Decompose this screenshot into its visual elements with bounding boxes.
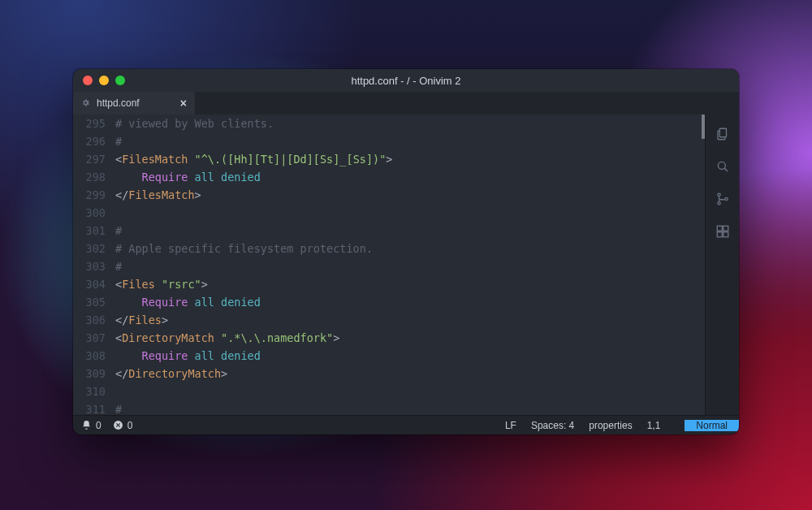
line-content[interactable]: <FilesMatch "^\.([Hh][Tt]|[Dd][Ss]_[Ss])… [115, 150, 705, 168]
svg-rect-7 [723, 226, 728, 231]
extensions-icon[interactable] [715, 223, 731, 240]
tab-label: httpd.conf [97, 97, 140, 109]
line-number: 306 [73, 311, 115, 329]
files-icon[interactable] [715, 126, 731, 142]
line-number: 304 [73, 275, 115, 293]
bell-icon [81, 420, 92, 430]
text-editor[interactable]: 295# viewed by Web clients.296#297<Files… [73, 115, 705, 415]
indent-indicator[interactable]: Spaces: 4 [531, 420, 574, 431]
line-content[interactable] [115, 204, 705, 222]
code-line[interactable]: 301# [73, 222, 705, 240]
line-content[interactable]: # Apple specific filesystem protection. [115, 240, 705, 257]
eol-indicator[interactable]: LF [505, 420, 516, 431]
line-number: 296 [73, 132, 115, 150]
gear-icon [81, 98, 90, 109]
traffic-lights [83, 76, 125, 85]
code-line[interactable]: 298 Require all denied [73, 168, 705, 186]
line-number: 307 [73, 329, 115, 347]
line-content[interactable]: <Files "rsrc"> [115, 275, 705, 293]
line-number: 295 [73, 115, 115, 132]
code-line[interactable]: 297<FilesMatch "^\.([Hh][Tt]|[Dd][Ss]_[S… [73, 150, 705, 168]
code-line[interactable]: 296# [73, 132, 705, 150]
minimize-window-button[interactable] [99, 76, 109, 85]
line-content[interactable]: </DirectoryMatch> [115, 365, 705, 382]
line-content[interactable]: # [115, 400, 705, 415]
code-line[interactable]: 310 [73, 382, 705, 400]
svg-point-1 [718, 162, 725, 169]
source-control-icon[interactable] [715, 191, 731, 207]
notifications-count: 0 [96, 420, 102, 431]
cursor-position[interactable]: 1,1 [647, 420, 661, 431]
code-line[interactable]: 309</DirectoryMatch> [73, 365, 705, 382]
line-number: 305 [73, 293, 115, 311]
line-number: 299 [73, 186, 115, 204]
line-number: 297 [73, 150, 115, 168]
error-icon [113, 420, 123, 430]
code-line[interactable]: 306</Files> [73, 311, 705, 329]
line-number: 310 [73, 382, 115, 400]
activity-bar [705, 115, 739, 415]
svg-line-2 [724, 168, 728, 171]
line-number: 301 [73, 222, 115, 240]
line-number: 302 [73, 240, 115, 257]
svg-rect-0 [719, 128, 726, 137]
line-content[interactable]: </FilesMatch> [115, 186, 705, 204]
errors-indicator[interactable]: 0 [113, 420, 133, 431]
code-line[interactable]: 311# [73, 400, 705, 415]
line-content[interactable]: Require all denied [115, 168, 705, 186]
code-line[interactable]: 307<DirectoryMatch ".*\.\.namedfork"> [73, 329, 705, 347]
line-content[interactable]: Require all denied [115, 293, 705, 311]
svg-rect-9 [723, 232, 728, 237]
line-content[interactable]: # [115, 222, 705, 240]
line-content[interactable]: # [115, 132, 705, 150]
line-number: 298 [73, 168, 115, 186]
line-number: 308 [73, 347, 115, 365]
notifications-indicator[interactable]: 0 [81, 420, 102, 431]
line-number: 309 [73, 365, 115, 382]
code-line[interactable]: 302# Apple specific filesystem protectio… [73, 240, 705, 257]
errors-count: 0 [127, 420, 133, 431]
line-content[interactable] [115, 382, 705, 400]
code-line[interactable]: 299</FilesMatch> [73, 186, 705, 204]
close-window-button[interactable] [83, 76, 93, 85]
svg-rect-6 [717, 226, 722, 231]
code-line[interactable]: 300 [73, 204, 705, 222]
line-number: 300 [73, 204, 115, 222]
svg-rect-8 [717, 232, 722, 237]
line-number: 311 [73, 400, 115, 415]
scroll-position-indicator[interactable] [702, 115, 705, 139]
code-line[interactable]: 305 Require all denied [73, 293, 705, 311]
code-line[interactable]: 304<Files "rsrc"> [73, 275, 705, 293]
svg-point-3 [717, 193, 719, 196]
window-title: httpd.conf - / - Onivim 2 [73, 75, 739, 87]
titlebar[interactable]: httpd.conf - / - Onivim 2 [73, 69, 739, 92]
code-line[interactable]: 295# viewed by Web clients. [73, 115, 705, 132]
line-content[interactable]: <DirectoryMatch ".*\.\.namedfork"> [115, 329, 705, 347]
line-number: 303 [73, 257, 115, 275]
tab-bar: httpd.conf × [73, 92, 739, 115]
app-window: httpd.conf - / - Onivim 2 httpd.conf × 2… [73, 69, 739, 434]
editor-body: 295# viewed by Web clients.296#297<Files… [73, 115, 739, 415]
zoom-window-button[interactable] [115, 76, 125, 85]
language-indicator[interactable]: properties [589, 420, 632, 431]
line-content[interactable]: # viewed by Web clients. [115, 115, 705, 132]
svg-point-4 [717, 202, 719, 205]
close-tab-icon[interactable]: × [180, 97, 187, 110]
tab-httpd-conf[interactable]: httpd.conf × [73, 92, 195, 115]
code-line[interactable]: 308 Require all denied [73, 347, 705, 365]
code-line[interactable]: 303# [73, 257, 705, 275]
search-icon[interactable] [715, 158, 731, 175]
line-content[interactable]: Require all denied [115, 347, 705, 365]
line-content[interactable]: </Files> [115, 311, 705, 329]
svg-point-5 [724, 197, 727, 200]
status-bar: 0 0 LF Spaces: 4 properties 1,1 Normal [73, 415, 739, 434]
vim-mode-indicator[interactable]: Normal [685, 420, 739, 431]
line-content[interactable]: # [115, 257, 705, 275]
